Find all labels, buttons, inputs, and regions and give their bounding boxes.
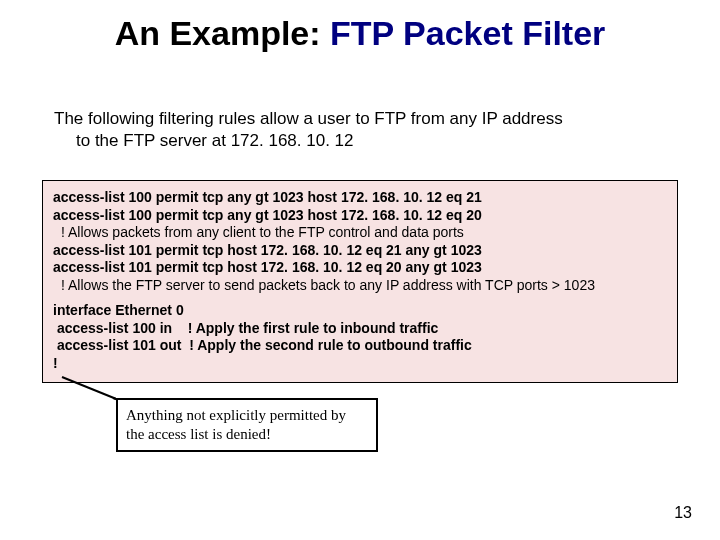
code-line: access-list 100 permit tcp any gt 1023 h… bbox=[53, 207, 667, 225]
code-line: access-list 100 in ! Apply the first rul… bbox=[53, 320, 667, 338]
title-part-2: FTP Packet Filter bbox=[330, 14, 605, 52]
code-line: access-list 100 permit tcp any gt 1023 h… bbox=[53, 189, 667, 207]
intro-line-2: to the FTP server at 172. 168. 10. 12 bbox=[54, 130, 666, 152]
title-part-1: An Example: bbox=[115, 14, 321, 52]
spacer bbox=[53, 294, 667, 302]
page-number: 13 bbox=[674, 504, 692, 522]
intro-line-1: The following filtering rules allow a us… bbox=[54, 109, 563, 128]
deny-note-text: Anything not explicitly permitted by the… bbox=[126, 407, 346, 442]
deny-note-box: Anything not explicitly permitted by the… bbox=[116, 398, 378, 452]
slide: An Example: FTP Packet Filter The follow… bbox=[0, 0, 720, 540]
code-line: access-list 101 permit tcp host 172. 168… bbox=[53, 242, 667, 260]
code-line: interface Ethernet 0 bbox=[53, 302, 667, 320]
acl-code-box: access-list 100 permit tcp any gt 1023 h… bbox=[42, 180, 678, 383]
code-comment: ! Allows the FTP server to send packets … bbox=[53, 277, 667, 295]
code-line: access-list 101 permit tcp host 172. 168… bbox=[53, 259, 667, 277]
code-comment: ! Allows packets from any client to the … bbox=[53, 224, 667, 242]
slide-title: An Example: FTP Packet Filter bbox=[0, 14, 720, 53]
intro-text: The following filtering rules allow a us… bbox=[54, 108, 666, 152]
code-line: access-list 101 out ! Apply the second r… bbox=[53, 337, 667, 355]
code-line: ! bbox=[53, 355, 667, 373]
